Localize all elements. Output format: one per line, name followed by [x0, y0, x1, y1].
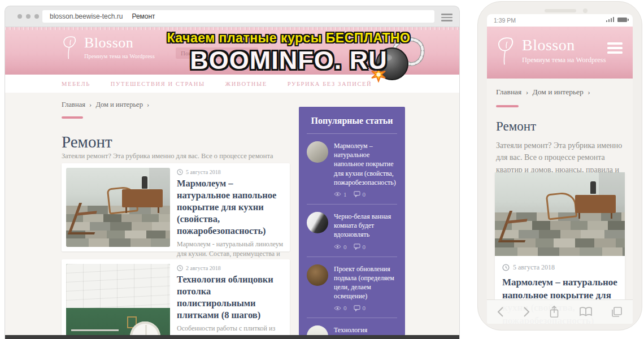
page-title: Ремонт [496, 119, 536, 134]
browser-chrome: blosson.beewise-tech.ru Ремонт [5, 6, 459, 27]
nav-item-animals[interactable]: ЖИВОТНЫЕ [225, 81, 267, 87]
popular-article-item[interactable]: Черно-белая ванная комната будет вдохнов… [307, 205, 397, 257]
breadcrumb-separator: › [89, 101, 92, 108]
site-logo-text: Blosson [84, 34, 155, 51]
battery-icon [617, 18, 627, 22]
page-title-text: Ремонт [132, 12, 155, 20]
popular-article-title[interactable]: Черно-белая ванная комната будет вдохнов… [334, 212, 397, 240]
popular-article-item[interactable]: Технология облицовки потолка полистироль… [307, 318, 397, 336]
nav-item-travel[interactable]: ПУТЕШЕСТВИЯ И СТРАНЫ [111, 81, 205, 87]
comment-icon [354, 305, 360, 311]
popular-article-thumbnail [307, 264, 328, 286]
phone-camera [583, 8, 588, 13]
phone-screen: 1:39 PM [487, 14, 633, 324]
site-logo-text: Blosson [522, 36, 606, 55]
popular-article-thumbnail [307, 141, 328, 163]
bookmarks-icon[interactable] [579, 307, 593, 317]
browser-menu-icon[interactable] [441, 14, 452, 21]
popular-article-title[interactable]: Мармолеум – натуральное напольное покрыт… [334, 141, 397, 187]
article-card[interactable]: 5 августа 2018 Мармолеум – натуральное н… [62, 163, 290, 251]
article-title[interactable]: Технология облицовки потолка полистироль… [177, 274, 285, 321]
phone-status-bar: 1:39 PM [487, 14, 633, 27]
popular-article-item[interactable]: Проект обновления подвала (определяем це… [307, 257, 397, 319]
breadcrumb-category[interactable]: Дом и интерьер [533, 88, 584, 96]
article-title[interactable]: Мармолеум – натуральное напольное покрыт… [177, 178, 285, 237]
widget-title: Популярные статьи [307, 107, 397, 126]
breadcrumb-separator: › [526, 88, 529, 96]
site-tagline: Премиум тема на Wordpress [84, 53, 155, 59]
site-tagline: Премиум тема на Wordpress [522, 56, 606, 64]
breadcrumb: Главная › Дом и интерьер › [496, 88, 593, 97]
window-control-dot[interactable] [26, 14, 31, 19]
breadcrumb-category[interactable]: Дом и интерьер [95, 101, 143, 108]
signal-icon [606, 17, 615, 22]
window-controls[interactable] [18, 14, 39, 19]
calla-flower-icon [496, 36, 516, 66]
popular-article-title[interactable]: Технология облицовки потолка полистироль… [334, 325, 397, 336]
comment-icon [354, 191, 360, 197]
window-control-dot[interactable] [34, 14, 39, 19]
site-search-input[interactable]: Поиск по сайту [176, 47, 258, 59]
nav-item-furniture[interactable]: МЕБЕЛЬ [62, 81, 90, 87]
popular-article-item[interactable]: Мармолеум – натуральное напольное покрыт… [307, 134, 397, 205]
popular-article-thumbnail [307, 325, 328, 336]
url-text: blosson.beewise-tech.ru [50, 12, 123, 20]
page-title: Ремонт [62, 133, 112, 151]
breadcrumb-separator: › [588, 88, 590, 96]
eye-icon [334, 192, 341, 197]
window-control-dot[interactable] [18, 14, 22, 19]
breadcrumb: Главная › Дом и интерьер › [62, 101, 151, 109]
popular-article-meta: 1 0 [334, 191, 397, 198]
calla-flower-icon [62, 34, 79, 60]
site-footer-strip [5, 335, 459, 339]
phone-site-header: Blosson Премиум тема на Wordpress [487, 27, 633, 79]
tabs-icon[interactable] [611, 306, 623, 318]
clock-icon [177, 265, 183, 271]
stage: blosson.beewise-tech.ru Ремонт Blo [0, 0, 644, 339]
article-card[interactable]: 2 августа 2018 Технология облицовки пото… [62, 259, 290, 339]
breadcrumb-separator: › [147, 101, 149, 108]
popular-article-thumbnail [307, 212, 328, 233]
breadcrumb-home[interactable]: Главная [62, 101, 85, 108]
phone-mockup: 1:39 PM [477, 1, 642, 331]
phone-browser-toolbar [487, 299, 633, 324]
eye-icon [334, 244, 341, 249]
hamburger-menu-icon[interactable] [607, 42, 623, 54]
accent-bar [496, 105, 519, 107]
popular-articles-widget: Популярные статьи Мармолеум – натурально… [299, 107, 405, 336]
popular-article-meta: 0 0 [334, 244, 397, 250]
clock-icon [502, 264, 510, 271]
comment-icon [354, 244, 360, 250]
back-icon[interactable] [497, 306, 504, 318]
popular-article-title[interactable]: Проект обновления подвала (определяем це… [334, 264, 397, 301]
article-image[interactable] [66, 168, 170, 247]
breadcrumb-home[interactable]: Главная [496, 88, 521, 96]
share-icon[interactable] [549, 305, 560, 319]
address-bar[interactable]: blosson.beewise-tech.ru Ремонт [42, 10, 434, 23]
eye-icon [334, 306, 341, 311]
status-time: 1:39 PM [494, 17, 516, 24]
site-logo[interactable]: Blosson Премиум тема на Wordpress [62, 34, 155, 60]
bomb-icon [357, 34, 427, 82]
article-date: 5 августа 2018 [177, 169, 285, 175]
article-date: 5 августа 2018 [502, 263, 617, 272]
article-image[interactable] [66, 264, 170, 339]
article-date: 2 августа 2018 [177, 265, 285, 271]
clock-icon [177, 169, 183, 175]
phone-page-content: Главная › Дом и интерьер › Ремонт Затеял… [487, 79, 633, 324]
popular-article-meta: 0 0 [334, 305, 397, 311]
forward-icon[interactable] [523, 306, 530, 318]
phone-speaker [545, 9, 576, 12]
accent-bar [62, 116, 83, 119]
article-image[interactable] [495, 172, 625, 256]
site-logo[interactable]: Blosson Премиум тема на Wordpress [496, 36, 606, 66]
